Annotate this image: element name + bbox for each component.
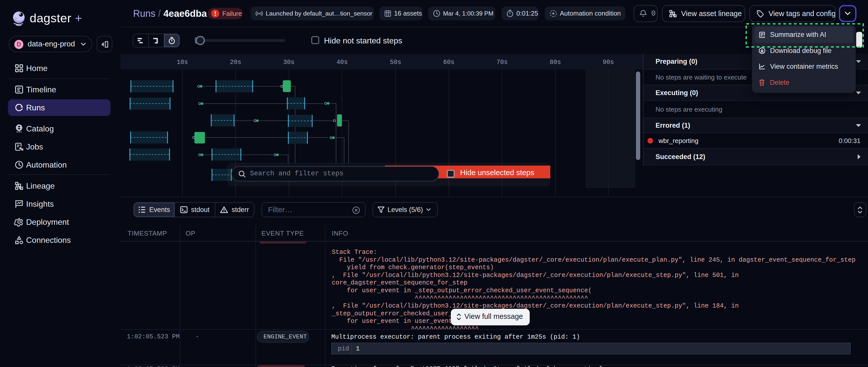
svg-text:30s: 30s [283,59,294,66]
svg-text:70s: 70s [496,59,507,66]
svg-text:20s: 20s [230,59,241,66]
svg-text:40s: 40s [336,59,348,66]
svg-text:80s: 80s [550,59,561,66]
svg-text:10s: 10s [177,59,188,66]
svg-text:50s: 50s [390,59,401,66]
svg-text:60s: 60s [443,59,454,66]
svg-text:90s: 90s [602,59,614,66]
